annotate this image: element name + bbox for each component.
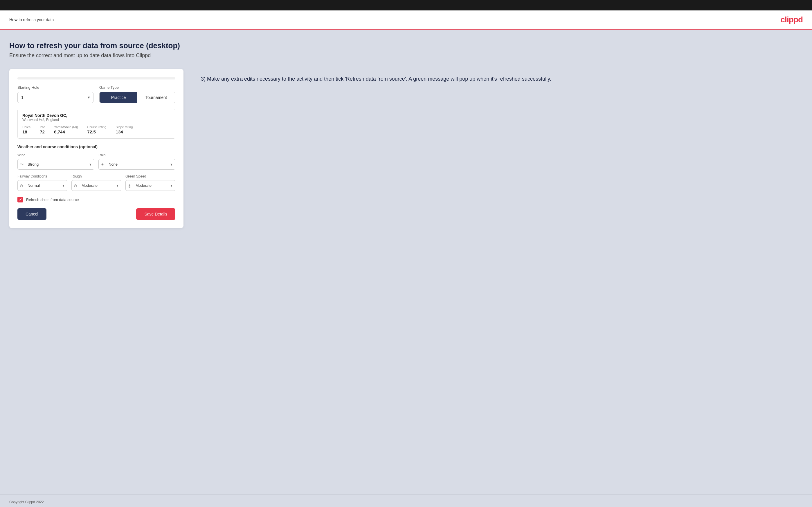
slope-label: Slope rating (116, 125, 133, 129)
right-description: 3) Make any extra edits necessary to the… (201, 69, 803, 83)
rough-select[interactable]: Moderate Light Heavy (71, 180, 121, 191)
starting-hole-select-wrapper: 1 10 ▼ (17, 92, 94, 103)
course-info-box: Royal North Devon GC, Westward Ho!, Engl… (17, 109, 175, 138)
save-button[interactable]: Save Details (136, 208, 175, 220)
refresh-checkbox-row: Refresh shots from data source (17, 196, 175, 203)
conditions-row-2: Fairway Conditions ⊙ Normal Firm Soft ▼ … (17, 174, 175, 191)
course-name: Royal North Devon GC, (22, 113, 170, 118)
stat-holes: Holes 18 (22, 125, 31, 134)
game-type-button-group: Practice Tournament (99, 92, 175, 103)
par-label: Par (40, 125, 45, 129)
fairway-select-wrapper: ⊙ Normal Firm Soft ▼ (17, 180, 67, 191)
wind-select[interactable]: Strong None Light Moderate (17, 159, 94, 170)
green-speed-group: Green Speed ◎ Moderate Slow Fast ▼ (125, 174, 175, 191)
holes-label: Holes (22, 125, 31, 129)
yards-label: Yards/White (M)) (54, 125, 78, 129)
rough-label: Rough (71, 174, 121, 178)
rain-label: Rain (98, 153, 175, 157)
cancel-button[interactable]: Cancel (17, 208, 46, 220)
fairway-select[interactable]: Normal Firm Soft (17, 180, 67, 191)
course-location: Westward Ho!, England (22, 118, 170, 122)
logo: clippd (781, 15, 803, 24)
page-title: How to refresh your data from source (de… (9, 41, 803, 50)
page-subtitle: Ensure the correct and most up to date d… (9, 53, 803, 59)
fairway-group: Fairway Conditions ⊙ Normal Firm Soft ▼ (17, 174, 67, 191)
header: How to refresh your data clippd (0, 10, 812, 30)
top-bar (0, 0, 812, 10)
rain-select-wrapper: ✦ None Light Heavy ▼ (98, 159, 175, 170)
slope-value: 134 (116, 129, 133, 134)
header-title: How to refresh your data (9, 17, 54, 22)
rain-select[interactable]: None Light Heavy (98, 159, 175, 170)
par-value: 72 (40, 129, 45, 134)
course-rating-label: Course rating (87, 125, 107, 129)
wind-label: Wind (17, 153, 94, 157)
refresh-checkbox[interactable] (17, 196, 23, 203)
top-fields-row: Starting Hole 1 10 ▼ Game Type Practice … (17, 85, 175, 103)
starting-hole-label: Starting Hole (17, 85, 94, 90)
card-hint-bar (17, 77, 175, 79)
main-content: How to refresh your data from source (de… (0, 30, 812, 494)
course-stats: Holes 18 Par 72 Yards/White (M)) 6,744 C… (22, 125, 170, 134)
practice-button[interactable]: Practice (100, 92, 137, 103)
stat-par: Par 72 (40, 125, 45, 134)
holes-value: 18 (22, 129, 31, 134)
course-rating-value: 72.5 (87, 129, 107, 134)
green-speed-select-wrapper: ◎ Moderate Slow Fast ▼ (125, 180, 175, 191)
stat-slope: Slope rating 134 (116, 125, 133, 134)
rough-select-wrapper: ⊙ Moderate Light Heavy ▼ (71, 180, 121, 191)
description-text: 3) Make any extra edits necessary to the… (201, 75, 803, 83)
conditions-row-1: Wind 〜 Strong None Light Moderate ▼ Rain (17, 153, 175, 170)
content-area: Starting Hole 1 10 ▼ Game Type Practice … (9, 69, 803, 228)
stat-yards: Yards/White (M)) 6,744 (54, 125, 78, 134)
rough-group: Rough ⊙ Moderate Light Heavy ▼ (71, 174, 121, 191)
conditions-title: Weather and course conditions (optional) (17, 145, 175, 149)
game-type-group: Game Type Practice Tournament (99, 85, 175, 103)
rain-group: Rain ✦ None Light Heavy ▼ (98, 153, 175, 170)
refresh-checkbox-label: Refresh shots from data source (26, 198, 79, 202)
green-speed-label: Green Speed (125, 174, 175, 178)
green-speed-select[interactable]: Moderate Slow Fast (125, 180, 175, 191)
starting-hole-group: Starting Hole 1 10 ▼ (17, 85, 94, 103)
yards-value: 6,744 (54, 129, 78, 134)
copyright-text: Copyright Clippd 2022 (9, 500, 44, 504)
stat-course-rating: Course rating 72.5 (87, 125, 107, 134)
footer: Copyright Clippd 2022 (0, 494, 812, 507)
tournament-button[interactable]: Tournament (137, 92, 175, 103)
form-card: Starting Hole 1 10 ▼ Game Type Practice … (9, 69, 184, 228)
card-actions: Cancel Save Details (17, 208, 175, 220)
game-type-label: Game Type (99, 85, 175, 90)
fairway-label: Fairway Conditions (17, 174, 67, 178)
wind-group: Wind 〜 Strong None Light Moderate ▼ (17, 153, 94, 170)
wind-select-wrapper: 〜 Strong None Light Moderate ▼ (17, 159, 94, 170)
starting-hole-select[interactable]: 1 10 (17, 92, 94, 103)
